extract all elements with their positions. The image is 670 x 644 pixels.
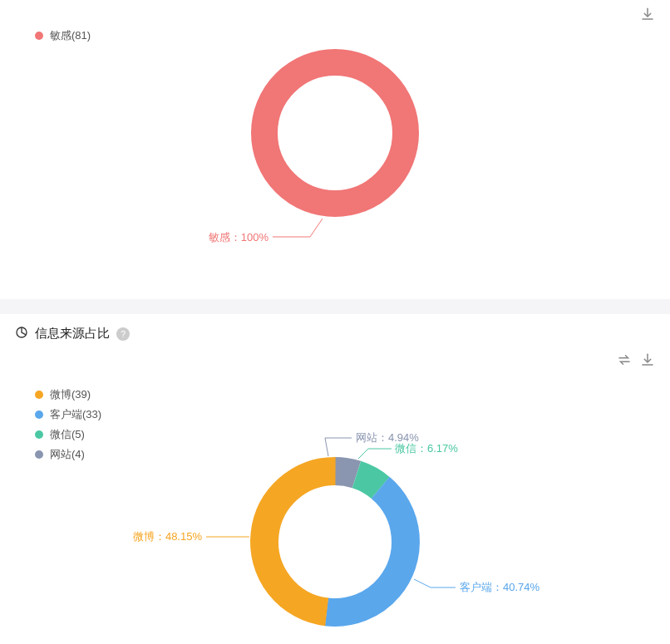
legend-dot-icon [35, 410, 43, 419]
help-icon[interactable]: ? [116, 327, 130, 341]
legend-item[interactable]: 客户端(33) [35, 407, 101, 422]
callout-label: 客户端：40.74% [460, 581, 540, 593]
legend-label: 网站(4) [50, 447, 85, 462]
download-icon[interactable] [640, 352, 655, 371]
callout-line [414, 579, 456, 587]
swap-icon[interactable] [617, 352, 632, 371]
legend-dot-icon [35, 32, 43, 40]
section-title: 信息来源占比 [35, 326, 110, 342]
panel2-toolbar [617, 352, 655, 371]
download-icon[interactable] [640, 7, 655, 25]
legend-label: 客户端(33) [50, 407, 101, 422]
donut-chart-sensitive: 敏感：100% [0, 0, 670, 299]
legend-label: 微博(39) [50, 387, 91, 402]
panel-gap [0, 299, 670, 314]
legend-item[interactable]: 微博(39) [35, 387, 101, 402]
legend-dot-icon [35, 391, 43, 399]
callout-label: 微博：48.15% [133, 530, 203, 543]
legend-sources: 微博(39) 客户端(33) 微信(5) 网站(4) [35, 387, 101, 467]
legend-label: 微信(5) [50, 427, 85, 442]
legend-item[interactable]: 敏感(81) [35, 28, 91, 43]
legend-dot-icon [35, 430, 43, 439]
legend-label: 敏感(81) [50, 28, 91, 43]
callout-label: 敏感：100% [209, 231, 269, 243]
legend-item[interactable]: 微信(5) [35, 427, 101, 442]
pie-icon [15, 326, 35, 342]
section-header: 信息来源占比 ? [0, 314, 670, 347]
callout-line [325, 438, 352, 456]
callout-line [273, 219, 323, 237]
panel-sensitive: 敏感(81) 敏感：100% [0, 0, 670, 299]
legend-sensitive: 敏感(81) [35, 28, 91, 48]
callout-label: 微信：6.17% [395, 442, 458, 455]
legend-item[interactable]: 网站(4) [35, 447, 101, 462]
donut-slice-sensitive[interactable] [264, 62, 406, 204]
panel1-toolbar [640, 7, 655, 25]
legend-dot-icon [35, 450, 43, 459]
panel-sources: 信息来源占比 ? 微博(39) 客户端(33) 微信(5) 网站(4) [0, 314, 670, 644]
callout-line [358, 449, 392, 459]
